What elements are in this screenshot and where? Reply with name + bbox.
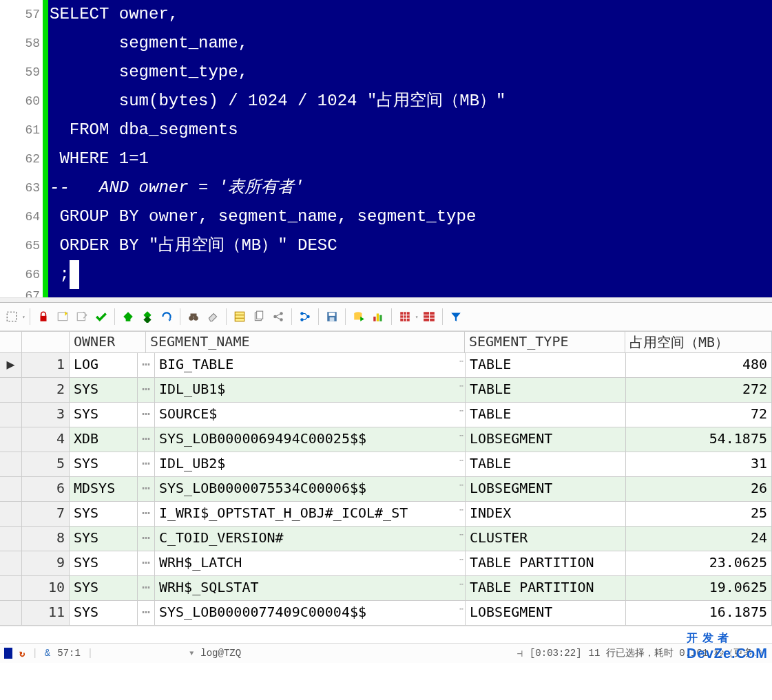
row-indicator[interactable] xyxy=(0,502,22,526)
row-indicator[interactable] xyxy=(0,378,22,402)
table-row[interactable]: 10SYS⋯WRH$_SQLSTAT⋯TABLE PARTITION19.062… xyxy=(0,576,772,601)
grid-icon[interactable] xyxy=(396,308,414,326)
header-row-selector[interactable] xyxy=(0,332,22,352)
horizontal-splitter[interactable] xyxy=(0,297,772,303)
segment-ellipsis-icon[interactable]: ⋯ xyxy=(459,531,463,538)
table-row[interactable]: 4XDB⋯SYS_LOB0000069494C00025$$⋯LOBSEGMEN… xyxy=(0,427,772,452)
code-line[interactable]: WHERE 1=1 xyxy=(50,145,772,173)
cell-mb[interactable]: 31 xyxy=(626,452,772,476)
connection-dropdown-arrow[interactable]: ▼ xyxy=(189,650,194,657)
header-segment-name[interactable]: SEGMENT_NAME xyxy=(146,332,465,352)
owner-ellipsis-icon[interactable]: ⋯ xyxy=(138,427,155,452)
cell-owner[interactable]: SYS xyxy=(70,502,138,526)
code-line[interactable]: -- AND owner = '表所有者' xyxy=(50,173,772,202)
branch-icon[interactable] xyxy=(296,308,314,326)
segment-ellipsis-icon[interactable]: ⋯ xyxy=(459,407,463,414)
segment-ellipsis-icon[interactable]: ⋯ xyxy=(459,580,463,588)
code-line[interactable]: sum(bytes) / 1024 / 1024 "占用空间（MB）" xyxy=(50,87,772,116)
cell-segment-name[interactable]: SYS_LOB0000075534C00006$$⋯ xyxy=(155,477,466,501)
cell-owner[interactable]: XDB xyxy=(70,427,138,452)
segment-ellipsis-icon[interactable]: ⋯ xyxy=(459,555,463,563)
cell-segment-name[interactable]: I_WRI$_OPTSTAT_H_OBJ#_ICOL#_ST⋯ xyxy=(155,502,466,526)
table-row[interactable]: 2SYS⋯IDL_UB1$⋯TABLE272 xyxy=(0,378,772,403)
owner-ellipsis-icon[interactable]: ⋯ xyxy=(138,551,155,575)
segment-ellipsis-icon[interactable]: ⋯ xyxy=(459,481,463,489)
cell-mb[interactable]: 23.0625 xyxy=(626,551,772,575)
row-indicator[interactable] xyxy=(0,576,22,600)
row-indicator[interactable] xyxy=(0,477,22,501)
cell-segment-type[interactable]: LOBSEGMENT xyxy=(466,477,626,501)
table-row[interactable]: 7SYS⋯I_WRI$_OPTSTAT_H_OBJ#_ICOL#_ST⋯INDE… xyxy=(0,502,772,527)
cell-owner[interactable]: SYS xyxy=(70,378,138,402)
table-row[interactable]: 3SYS⋯SOURCE$⋯TABLE72 xyxy=(0,403,772,427)
cell-segment-name[interactable]: IDL_UB1$⋯ xyxy=(155,378,466,402)
refresh-icon[interactable]: ↻ xyxy=(19,648,25,659)
code-line[interactable]: SELECT owner, xyxy=(50,0,772,29)
code-text-area[interactable]: SELECT owner, segment_name, segment_type… xyxy=(48,0,772,297)
code-line[interactable]: GROUP BY owner, segment_name, segment_ty… xyxy=(50,202,772,231)
table-row[interactable]: 11SYS⋯SYS_LOB0000077409C00004$$⋯LOBSEGME… xyxy=(0,601,772,626)
row-indicator[interactable] xyxy=(0,601,22,625)
cell-segment-type[interactable]: TABLE PARTITION xyxy=(466,576,626,600)
cell-owner[interactable]: SYS xyxy=(70,576,138,600)
save-icon[interactable] xyxy=(323,308,341,326)
eraser-icon[interactable] xyxy=(204,308,222,326)
code-line[interactable]: FROM dba_segments xyxy=(50,116,772,145)
table-row[interactable]: 5SYS⋯IDL_UB2$⋯TABLE31 xyxy=(0,452,772,477)
cell-segment-name[interactable]: SYS_LOB0000069494C00025$$⋯ xyxy=(155,427,466,452)
row-indicator[interactable] xyxy=(0,452,22,476)
code-line[interactable]: ; xyxy=(50,260,772,289)
cell-segment-name[interactable]: SOURCE$⋯ xyxy=(155,403,466,427)
cell-segment-type[interactable]: CLUSTER xyxy=(466,527,626,551)
cell-mb[interactable]: 54.1875 xyxy=(626,427,772,452)
owner-ellipsis-icon[interactable]: ⋯ xyxy=(138,502,155,526)
owner-ellipsis-icon[interactable]: ⋯ xyxy=(138,452,155,476)
segment-ellipsis-icon[interactable]: ⋯ xyxy=(459,432,463,439)
segment-ellipsis-icon[interactable]: ⋯ xyxy=(459,605,463,613)
cell-segment-type[interactable]: LOBSEGMENT xyxy=(466,427,626,452)
table-row[interactable]: 9SYS⋯WRH$_LATCH⋯TABLE PARTITION23.0625 xyxy=(0,551,772,576)
refresh-icon[interactable] xyxy=(158,308,176,326)
cell-segment-name[interactable]: C_TOID_VERSION#⋯ xyxy=(155,527,466,551)
cell-mb[interactable]: 19.0625 xyxy=(626,576,772,600)
grid-dropdown-arrow[interactable]: ▾ xyxy=(415,314,419,320)
segment-ellipsis-icon[interactable]: ⋯ xyxy=(459,357,463,365)
run-icon[interactable] xyxy=(119,308,137,326)
cell-owner[interactable]: SYS xyxy=(70,452,138,476)
owner-ellipsis-icon[interactable]: ⋯ xyxy=(138,576,155,600)
row-indicator[interactable]: ▶ xyxy=(0,353,22,377)
owner-ellipsis-icon[interactable]: ⋯ xyxy=(138,353,155,377)
cell-owner[interactable]: SYS xyxy=(70,403,138,427)
cell-mb[interactable]: 272 xyxy=(626,378,772,402)
cell-segment-type[interactable]: TABLE PARTITION xyxy=(466,551,626,575)
cell-segment-name[interactable]: WRH$_SQLSTAT⋯ xyxy=(155,576,466,600)
code-line[interactable]: segment_name, xyxy=(50,29,772,58)
cell-owner[interactable]: SYS xyxy=(70,551,138,575)
crop-icon[interactable] xyxy=(3,308,21,326)
header-mb[interactable]: 占用空间（MB） xyxy=(625,332,772,352)
row-indicator[interactable] xyxy=(0,551,22,575)
header-segment-type[interactable]: SEGMENT_TYPE xyxy=(465,332,625,352)
table-row[interactable]: 6MDSYS⋯SYS_LOB0000075534C00006$$⋯LOBSEGM… xyxy=(0,477,772,502)
pin-icon[interactable]: ⊣ xyxy=(517,648,523,659)
cell-mb[interactable]: 16.1875 xyxy=(626,601,772,625)
row-indicator[interactable] xyxy=(0,527,22,551)
cell-mb[interactable]: 25 xyxy=(626,502,772,526)
crop-dropdown-arrow[interactable]: ▾ xyxy=(22,314,25,320)
lock-icon[interactable] xyxy=(34,308,52,326)
filter-icon[interactable] xyxy=(447,308,465,326)
spreadsheet-icon[interactable] xyxy=(231,308,249,326)
cell-segment-type[interactable]: TABLE xyxy=(466,403,626,427)
bar-chart-icon[interactable] xyxy=(369,308,387,326)
cell-segment-name[interactable]: BIG_TABLE⋯ xyxy=(155,353,466,377)
cell-segment-name[interactable]: WRH$_LATCH⋯ xyxy=(155,551,466,575)
owner-ellipsis-icon[interactable]: ⋯ xyxy=(138,403,155,427)
cell-segment-type[interactable]: LOBSEGMENT xyxy=(466,601,626,625)
cell-mb[interactable]: 480 xyxy=(626,353,772,377)
owner-ellipsis-icon[interactable]: ⋯ xyxy=(138,527,155,551)
binoculars-icon[interactable] xyxy=(185,308,202,326)
export-icon[interactable] xyxy=(73,308,91,326)
table-row[interactable]: 8SYS⋯C_TOID_VERSION#⋯CLUSTER24 xyxy=(0,527,772,551)
copy-icon[interactable] xyxy=(250,308,268,326)
header-owner[interactable]: OWNER xyxy=(70,332,146,352)
